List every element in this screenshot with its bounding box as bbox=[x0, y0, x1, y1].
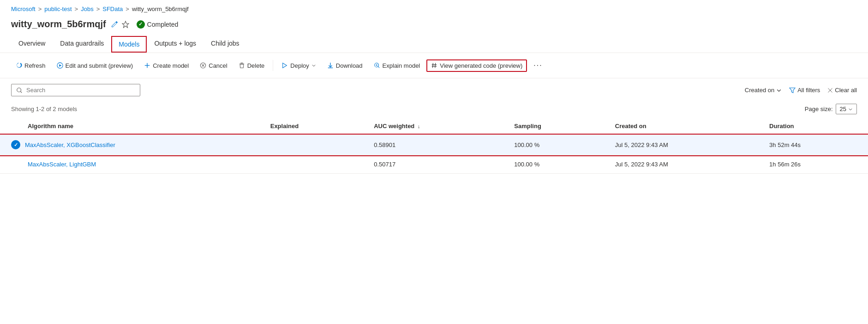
svg-marker-2 bbox=[59, 64, 61, 66]
breadcrumb-public-test[interactable]: public-test bbox=[44, 6, 72, 12]
download-button[interactable]: Download bbox=[323, 59, 367, 72]
page-title: witty_worm_5b6rmqjf bbox=[11, 19, 106, 29]
cancel-icon bbox=[200, 62, 206, 69]
favorite-icon[interactable] bbox=[122, 21, 129, 28]
refresh-button[interactable]: Refresh bbox=[11, 59, 50, 72]
svg-marker-0 bbox=[122, 21, 129, 28]
filter-right: Created on All filters Clear all bbox=[745, 87, 857, 94]
cell-created-2: Jul 5, 2022 9:43 AM bbox=[604, 155, 758, 174]
cell-sampling-1: 100.00 % bbox=[503, 135, 604, 155]
deploy-chevron-icon bbox=[311, 63, 316, 68]
tab-models[interactable]: Models bbox=[111, 36, 147, 53]
page-size-value: 25 bbox=[840, 106, 846, 112]
plus-icon bbox=[144, 62, 150, 69]
status-badge: Completed bbox=[137, 20, 179, 29]
page-size-control: Page size: 25 bbox=[805, 104, 857, 114]
models-table: Algorithm name Explained AUC weighted ↓ … bbox=[0, 118, 868, 174]
download-icon bbox=[327, 62, 334, 69]
cell-algorithm-2: MaxAbsScaler, LightGBM bbox=[0, 155, 259, 174]
deploy-button[interactable]: Deploy bbox=[277, 59, 320, 72]
cell-explained-2 bbox=[259, 155, 363, 174]
created-on-label: Created on bbox=[745, 87, 774, 94]
breadcrumb-current: witty_worm_5b6rmqjf bbox=[132, 6, 189, 12]
cell-auc-1: 0.58901 bbox=[363, 135, 503, 155]
more-button[interactable]: ··· bbox=[529, 59, 547, 72]
ellipsis-icon: ··· bbox=[533, 61, 542, 70]
hash-icon bbox=[431, 62, 437, 69]
status-label: Completed bbox=[147, 21, 179, 28]
filter-bar: Created on All filters Clear all bbox=[0, 78, 868, 102]
play-circle-icon bbox=[57, 62, 63, 69]
svg-marker-23 bbox=[790, 88, 795, 93]
explain-model-button[interactable]: Explain model bbox=[369, 59, 425, 72]
cell-created-1: Jul 5, 2022 9:43 AM bbox=[604, 135, 758, 155]
search-box[interactable] bbox=[11, 84, 140, 96]
col-explained: Explained bbox=[259, 118, 363, 135]
breadcrumb-microsoft[interactable]: Microsoft bbox=[11, 6, 36, 12]
col-auc: AUC weighted ↓ bbox=[363, 118, 503, 135]
svg-line-17 bbox=[433, 63, 433, 68]
svg-marker-10 bbox=[283, 63, 287, 68]
col-created: Created on bbox=[604, 118, 758, 135]
cancel-button[interactable]: Cancel bbox=[195, 59, 232, 72]
toolbar: Refresh Edit and submit (preview) Create… bbox=[0, 53, 868, 78]
create-model-button[interactable]: Create model bbox=[139, 59, 193, 72]
created-on-filter[interactable]: Created on bbox=[745, 87, 782, 94]
page-size-chevron-icon bbox=[848, 107, 853, 112]
svg-line-14 bbox=[378, 66, 379, 68]
clear-icon bbox=[827, 88, 833, 93]
view-generated-code-button[interactable]: View generated code (preview) bbox=[426, 59, 527, 72]
tab-child-jobs[interactable]: Child jobs bbox=[204, 35, 246, 53]
header-icons bbox=[111, 21, 129, 28]
breadcrumb-jobs[interactable]: Jobs bbox=[81, 6, 93, 12]
delete-icon bbox=[239, 62, 245, 69]
filter-icon bbox=[789, 87, 796, 94]
page-size-dropdown[interactable]: 25 bbox=[836, 104, 857, 114]
tabs-container: Overview Data guardrails Models Outputs … bbox=[0, 35, 868, 53]
col-duration: Duration bbox=[758, 118, 868, 135]
algorithm-link-2[interactable]: MaxAbsScaler, LightGBM bbox=[28, 161, 96, 168]
all-filters-label: All filters bbox=[797, 87, 820, 94]
edit-submit-button[interactable]: Edit and submit (preview) bbox=[52, 59, 138, 72]
completed-icon bbox=[137, 20, 145, 29]
breadcrumb-sfdata[interactable]: SFData bbox=[102, 6, 123, 12]
toolbar-divider bbox=[273, 60, 273, 71]
clear-all-label: Clear all bbox=[835, 87, 857, 94]
table-row[interactable]: MaxAbsScaler, XGBoostClassifier 0.58901 … bbox=[0, 135, 868, 155]
clear-all-button[interactable]: Clear all bbox=[827, 87, 857, 94]
delete-button[interactable]: Delete bbox=[234, 59, 269, 72]
page-header: witty_worm_5b6rmqjf Completed bbox=[0, 16, 868, 35]
col-sampling: Sampling bbox=[503, 118, 604, 135]
search-plus-icon bbox=[374, 62, 380, 69]
results-bar: Showing 1-2 of 2 models Page size: 25 bbox=[0, 102, 868, 118]
cell-duration-2: 1h 56m 26s bbox=[758, 155, 868, 174]
search-input[interactable] bbox=[26, 87, 135, 94]
table-row[interactable]: MaxAbsScaler, LightGBM 0.50717 100.00 % … bbox=[0, 155, 868, 174]
svg-line-22 bbox=[20, 91, 22, 93]
svg-rect-9 bbox=[239, 64, 244, 64]
col-algorithm: Algorithm name bbox=[0, 118, 259, 135]
cell-explained-1 bbox=[259, 135, 363, 155]
created-on-chevron-icon bbox=[776, 88, 782, 93]
algorithm-link-1[interactable]: MaxAbsScaler, XGBoostClassifier bbox=[25, 141, 115, 148]
cell-auc-2: 0.50717 bbox=[363, 155, 503, 174]
cell-duration-1: 3h 52m 44s bbox=[758, 135, 868, 155]
cell-sampling-2: 100.00 % bbox=[503, 155, 604, 174]
play-icon bbox=[281, 62, 288, 69]
svg-line-18 bbox=[435, 63, 436, 68]
refresh-icon bbox=[16, 62, 22, 69]
tab-overview[interactable]: Overview bbox=[11, 35, 53, 53]
page-size-label: Page size: bbox=[805, 106, 833, 112]
all-filters-button[interactable]: All filters bbox=[789, 87, 820, 94]
search-icon bbox=[16, 87, 23, 94]
tab-data-guardrails[interactable]: Data guardrails bbox=[53, 35, 111, 53]
sort-icon: ↓ bbox=[418, 124, 420, 129]
breadcrumb: Microsoft > public-test > Jobs > SFData … bbox=[0, 0, 868, 16]
selected-check-icon bbox=[11, 140, 20, 149]
tab-outputs-logs[interactable]: Outputs + logs bbox=[147, 35, 204, 53]
results-count: Showing 1-2 of 2 models bbox=[11, 106, 77, 112]
table-header-row: Algorithm name Explained AUC weighted ↓ … bbox=[0, 118, 868, 135]
cell-algorithm-1: MaxAbsScaler, XGBoostClassifier bbox=[0, 135, 259, 155]
edit-icon[interactable] bbox=[111, 21, 118, 28]
svg-rect-8 bbox=[240, 63, 243, 63]
